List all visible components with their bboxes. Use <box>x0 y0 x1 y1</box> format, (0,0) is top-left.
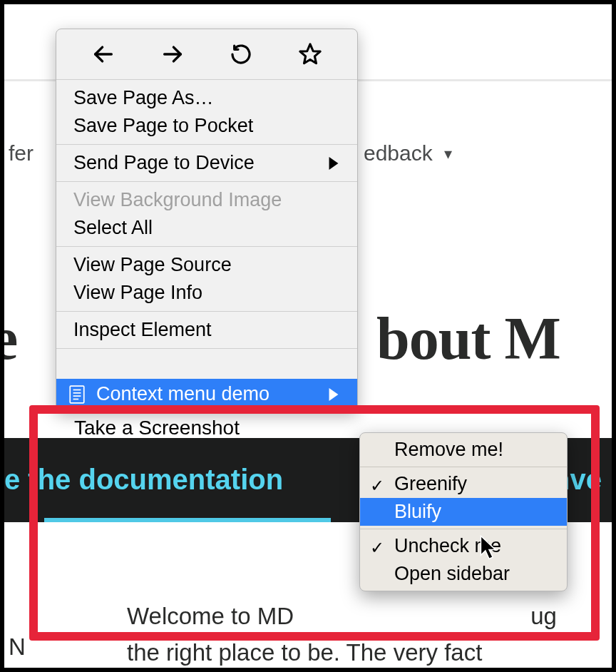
bookmark-star-icon[interactable] <box>295 39 325 69</box>
svg-marker-2 <box>300 44 320 63</box>
body-text-line1b: ug <box>530 603 557 629</box>
submenu-open-sidebar[interactable]: Open sidebar <box>360 560 567 588</box>
reload-icon[interactable] <box>226 39 256 69</box>
document-icon <box>69 385 85 404</box>
caret-down-icon: ▾ <box>444 145 452 163</box>
context-menu-toolbar <box>56 34 357 79</box>
submenu-uncheck-me[interactable]: ✓ Uncheck me <box>360 532 567 560</box>
submenu-greenify-label: Greenify <box>394 473 467 494</box>
context-menu: Save Page As… Save Page to Pocket Send P… <box>56 29 358 412</box>
forward-icon[interactable] <box>158 39 188 69</box>
svg-marker-3 <box>329 157 339 170</box>
documentation-link-underline <box>44 518 331 522</box>
submenu-separator <box>360 467 567 467</box>
submenu-greenify[interactable]: ✓ Greenify <box>360 470 567 498</box>
body-text-line2: the right place to be. The very fact <box>127 639 482 666</box>
menu-context-demo[interactable]: Context menu demo <box>56 379 357 411</box>
submenu-separator <box>360 529 567 529</box>
menu-view-bg-image: View Background Image <box>56 186 357 214</box>
context-submenu: Remove me! ✓ Greenify Bluify ✓ Uncheck m… <box>359 432 568 591</box>
body-text: Welcome to MDug the right place to be. T… <box>127 598 557 671</box>
heading-fragment-left: e <box>0 304 17 373</box>
documentation-link-left[interactable]: e the documentation <box>4 464 283 496</box>
menu-send-to-device-label: Send Page to Device <box>73 152 255 174</box>
check-icon: ✓ <box>370 476 384 496</box>
submenu-arrow-icon <box>329 388 339 401</box>
body-text-line1a: Welcome to MD <box>127 603 294 629</box>
menu-inspect-element[interactable]: Inspect Element <box>56 316 357 344</box>
body-text-n: N <box>9 633 26 661</box>
context-menu-gap <box>56 349 357 379</box>
menu-view-page-source[interactable]: View Page Source <box>56 251 357 279</box>
submenu-bluify[interactable]: Bluify <box>360 498 567 526</box>
menu-select-all[interactable]: Select All <box>56 214 357 242</box>
nav-feedback[interactable]: edback ▾ <box>364 141 452 166</box>
menu-save-to-pocket[interactable]: Save Page to Pocket <box>56 112 357 140</box>
menu-view-page-info[interactable]: View Page Info <box>56 279 357 307</box>
take-screenshot-fragment: Take a Screenshot <box>74 417 240 439</box>
menu-context-demo-label: Context menu demo <box>96 383 270 405</box>
check-icon: ✓ <box>370 538 384 558</box>
svg-rect-4 <box>70 386 84 403</box>
menu-send-to-device[interactable]: Send Page to Device <box>56 149 357 177</box>
submenu-arrow-icon <box>329 157 339 170</box>
nav-feedback-label: edback <box>364 141 433 165</box>
svg-marker-9 <box>329 388 339 401</box>
menu-save-page-as[interactable]: Save Page As… <box>56 84 357 112</box>
back-icon[interactable] <box>88 39 118 69</box>
heading-fragment-right: bout M <box>376 304 560 373</box>
submenu-uncheck-me-label: Uncheck me <box>394 535 501 556</box>
nav-fragment-left: fer <box>9 141 34 166</box>
submenu-remove-me[interactable]: Remove me! <box>360 436 567 464</box>
